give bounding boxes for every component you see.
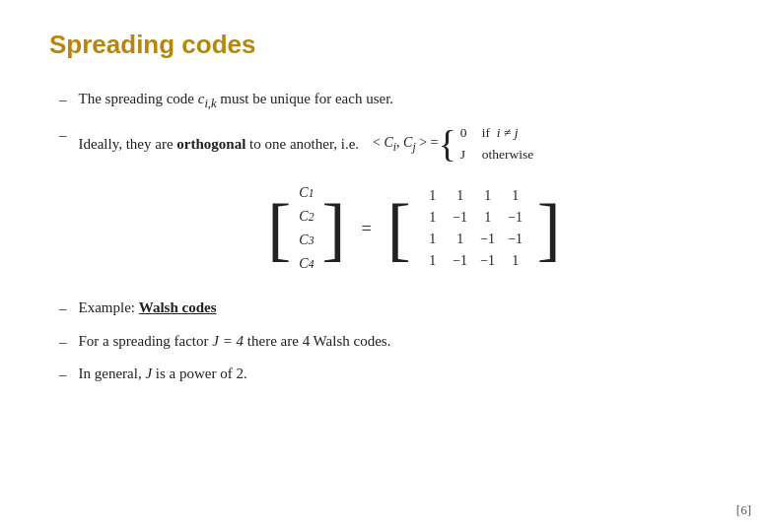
bullet-spreading-code: – The spreading code ci,k must be unique… bbox=[59, 88, 720, 113]
slide: Spreading codes – The spreading code ci,… bbox=[0, 0, 769, 532]
cell-r4c2: −1 bbox=[447, 250, 474, 272]
lhs-row-2: C2 bbox=[299, 206, 314, 228]
spreading-code-text: The spreading code ci,k must be unique f… bbox=[79, 88, 394, 113]
cell-r3c2: 1 bbox=[447, 229, 474, 250]
cell-r2c2: −1 bbox=[447, 207, 474, 229]
orthogonal-word: orthogonal bbox=[176, 136, 245, 152]
piecewise-case-1: 0 if i ≠ j bbox=[460, 123, 533, 143]
case1-value: 0 bbox=[460, 123, 474, 143]
dash-3: – bbox=[59, 298, 67, 320]
cell-r2c3: 1 bbox=[474, 207, 502, 229]
matrix-lhs: C1 C2 C3 C4 bbox=[299, 182, 314, 275]
cell-r1c3: 1 bbox=[474, 185, 502, 207]
cell-r4c4: 1 bbox=[502, 250, 529, 272]
piecewise-case-2: J otherwise bbox=[460, 145, 533, 165]
dash-2: – bbox=[59, 124, 67, 147]
bullet-walsh-codes: – Example: Walsh codes bbox=[59, 297, 720, 320]
dash-5: – bbox=[59, 364, 67, 386]
spreading-factor-text: For a spreading factor J = 4 there are 4… bbox=[79, 330, 391, 353]
orthogonal-text: Ideally, they are orthogonal to one anot… bbox=[79, 133, 360, 156]
bullet-list-top: – The spreading code ci,k must be unique… bbox=[59, 88, 720, 165]
cell-r3c3: −1 bbox=[474, 229, 502, 250]
cell-r3c1: 1 bbox=[419, 229, 447, 250]
j-equals-4: J = 4 bbox=[212, 333, 244, 349]
bullet-power-of-2: – In general, J is a power of 2. bbox=[59, 363, 720, 386]
j-variable: J bbox=[145, 366, 152, 381]
code-variable: ci,k bbox=[198, 91, 217, 106]
bullet-list-bottom: – Example: Walsh codes – For a spreading… bbox=[59, 297, 720, 386]
piecewise-cases: 0 if i ≠ j J otherwise bbox=[460, 123, 533, 166]
matrix-container: [ C1 C2 C3 C4 ] = [ 1 1 1 1 1 −1 1 −1 1 bbox=[267, 182, 560, 275]
cell-r2c1: 1 bbox=[419, 207, 447, 229]
cell-r4c3: −1 bbox=[474, 250, 502, 272]
lhs-row-4: C4 bbox=[299, 253, 314, 275]
case1-condition: if i ≠ j bbox=[482, 123, 519, 143]
left-brace-icon: { bbox=[439, 125, 456, 163]
matrix-section: [ C1 C2 C3 C4 ] = [ 1 1 1 1 1 −1 1 −1 1 bbox=[108, 182, 720, 275]
case2-value: J bbox=[460, 145, 474, 165]
cell-r3c4: −1 bbox=[502, 229, 529, 250]
rhs-bracket-left: [ bbox=[387, 199, 411, 259]
rhs-bracket-right: ] bbox=[537, 199, 561, 259]
lhs-bracket-left: [ bbox=[267, 199, 291, 259]
cell-r1c1: 1 bbox=[419, 185, 447, 207]
case2-condition: otherwise bbox=[482, 145, 533, 165]
equals-sign: = bbox=[362, 219, 372, 239]
power-of-2-text: In general, J is a power of 2. bbox=[79, 363, 247, 385]
dash-4: – bbox=[59, 331, 67, 354]
lhs-row-1: C1 bbox=[299, 182, 314, 204]
cell-r2c4: −1 bbox=[502, 207, 529, 229]
page-number: [6] bbox=[736, 502, 751, 518]
lhs-bracket-right: ] bbox=[322, 199, 346, 259]
orthogonal-line: Ideally, they are orthogonal to one anot… bbox=[79, 123, 534, 166]
cell-r1c2: 1 bbox=[447, 185, 474, 207]
piecewise-formula: < Ci, Cj > = { 0 if i ≠ j J otherwise bbox=[373, 123, 533, 166]
cell-r4c1: 1 bbox=[419, 250, 447, 272]
bullet-orthogonal: – Ideally, they are orthogonal to one an… bbox=[59, 123, 720, 166]
bullet-spreading-factor: – For a spreading factor J = 4 there are… bbox=[59, 330, 720, 354]
matrix-grid: 1 1 1 1 1 −1 1 −1 1 1 −1 −1 1 −1 −1 1 bbox=[419, 185, 529, 272]
slide-title: Spreading codes bbox=[49, 30, 720, 60]
cell-r1c4: 1 bbox=[502, 185, 529, 207]
inner-product-notation: < Ci, Cj > = bbox=[373, 132, 438, 156]
walsh-codes-label: Walsh codes bbox=[139, 299, 217, 315]
dash-1: – bbox=[59, 89, 67, 111]
lhs-row-3: C3 bbox=[299, 230, 314, 251]
walsh-text: Example: Walsh codes bbox=[79, 297, 217, 319]
